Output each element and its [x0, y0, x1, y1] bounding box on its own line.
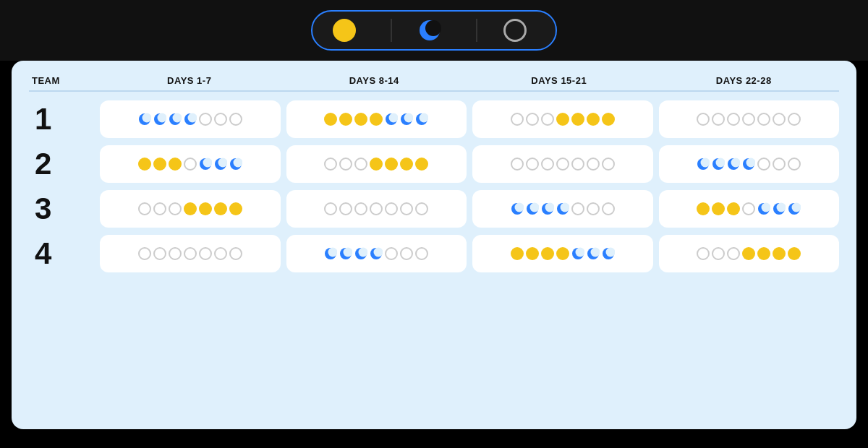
sun-icon [385, 158, 398, 171]
empty-icon [153, 202, 166, 215]
moon-icon [742, 158, 755, 171]
empty-icon [214, 113, 227, 126]
sun-icon [571, 113, 584, 126]
svg-point-17 [203, 158, 212, 168]
moon-icon [199, 158, 212, 171]
sun-icon [757, 247, 770, 260]
svg-point-49 [359, 248, 368, 257]
empty-icon [511, 113, 524, 126]
sun-icon [511, 247, 524, 260]
main-content: TEAM DAYS 1-7 DAYS 8-14 DAYS 15-21 DAYS … [12, 61, 856, 429]
empty-icon [370, 202, 383, 215]
svg-point-53 [575, 248, 584, 257]
day-cell [472, 100, 653, 138]
col-days4: DAYS 22-28 [652, 75, 837, 86]
empty-icon [385, 247, 398, 260]
svg-point-45 [328, 248, 338, 257]
svg-point-41 [777, 203, 786, 212]
day-cell [100, 235, 281, 272]
day-cell [100, 190, 281, 228]
svg-point-9 [187, 113, 197, 123]
day-cell [286, 100, 467, 138]
moon-icon [415, 113, 428, 126]
sun-icon [727, 202, 740, 215]
moon-icon [727, 158, 740, 171]
col-team: TEAM [32, 75, 97, 86]
moon-icon [184, 113, 197, 126]
empty-icon [169, 202, 182, 215]
table-row: 1 [29, 100, 839, 138]
svg-point-29 [746, 158, 756, 168]
empty-icon [541, 158, 554, 171]
sun-icon [602, 113, 615, 126]
moon-icon [602, 247, 615, 260]
empty-icon [727, 113, 740, 126]
sun-icon [370, 158, 383, 171]
sun-icon [556, 247, 569, 260]
svg-point-19 [218, 158, 227, 168]
empty-icon [571, 202, 584, 215]
empty-icon [385, 202, 398, 215]
svg-point-7 [172, 113, 182, 123]
empty-icon [324, 202, 337, 215]
sun-icon [587, 113, 600, 126]
empty-icon [712, 247, 725, 260]
sun-icon [370, 113, 383, 126]
empty-icon [400, 202, 413, 215]
table-header: TEAM DAYS 1-7 DAYS 8-14 DAYS 15-21 DAYS … [29, 75, 839, 86]
sun-icon [333, 19, 356, 42]
sun-icon [324, 113, 337, 126]
moon-icon [571, 247, 584, 260]
empty-icon [602, 158, 615, 171]
day-cell [659, 145, 840, 183]
sun-icon [199, 202, 212, 215]
table-row: 3 [29, 190, 839, 228]
svg-point-39 [762, 203, 771, 212]
moon-icon [511, 202, 524, 215]
svg-point-47 [344, 248, 353, 257]
moon-icon [418, 19, 441, 42]
legend-off [503, 19, 535, 42]
empty-icon [571, 158, 584, 171]
empty-icon [339, 202, 352, 215]
empty-icon [214, 247, 227, 260]
moon-icon [214, 158, 227, 171]
day-cell [100, 145, 281, 183]
day-cell [659, 100, 840, 138]
empty-icon [556, 158, 569, 171]
sun-icon [138, 158, 151, 171]
day-cell [100, 100, 281, 138]
day-cell [659, 190, 840, 228]
svg-point-13 [404, 113, 414, 123]
moon-icon [788, 202, 801, 215]
sun-icon [712, 202, 725, 215]
table-row: 4 [29, 235, 839, 272]
empty-icon [757, 113, 770, 126]
sun-icon [526, 247, 539, 260]
empty-icon [757, 158, 770, 171]
empty-icon [354, 158, 367, 171]
empty-icon [415, 202, 428, 215]
moon-icon [712, 158, 725, 171]
moon-icon [339, 247, 352, 260]
sun-icon [742, 247, 755, 260]
empty-icon [184, 158, 197, 171]
moon-icon [153, 113, 166, 126]
svg-point-23 [701, 158, 710, 168]
sun-icon [229, 202, 242, 215]
day-cell [286, 145, 467, 183]
day-cell [472, 145, 653, 183]
team-number: 1 [29, 102, 94, 137]
empty-icon [742, 113, 755, 126]
sun-icon [169, 158, 182, 171]
moon-icon [556, 202, 569, 215]
empty-icon [712, 113, 725, 126]
moon-icon [354, 247, 367, 260]
sun-icon [556, 113, 569, 126]
moon-icon [400, 113, 413, 126]
svg-point-43 [792, 203, 801, 212]
svg-point-55 [590, 248, 600, 257]
empty-icon [697, 113, 710, 126]
empty-icon [697, 247, 710, 260]
svg-point-21 [233, 158, 242, 168]
